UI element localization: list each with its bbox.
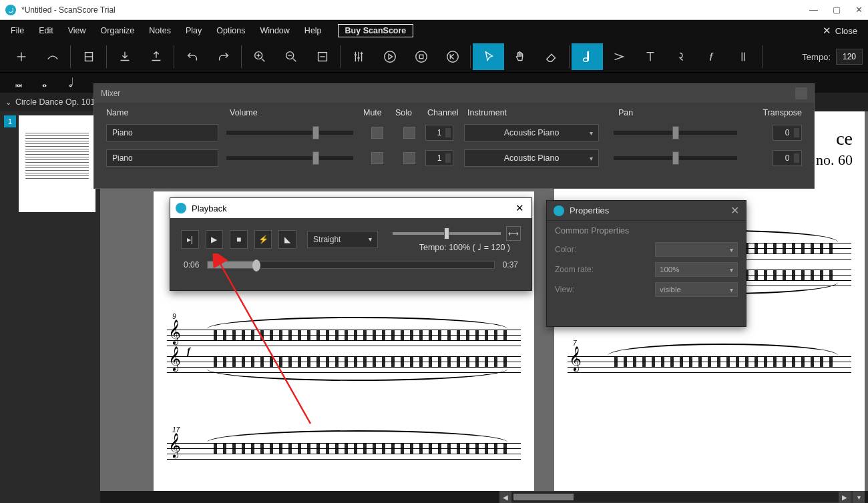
tab-close-button[interactable]: ✕ Close <box>816 22 864 39</box>
progress-track[interactable] <box>207 261 494 269</box>
accent-tool[interactable] <box>603 43 634 70</box>
text-tool[interactable] <box>634 43 666 70</box>
instrument-select[interactable]: Acoustic Piano <box>464 149 599 167</box>
menu-help[interactable]: Help <box>298 23 329 38</box>
zoom-out-button[interactable] <box>275 43 306 70</box>
scroll-menu-button[interactable]: ▾ <box>853 491 865 503</box>
scan-tool[interactable] <box>73 43 104 70</box>
menubar: File Edit View Organize Notes Play Optio… <box>0 20 868 41</box>
page-thumbnail[interactable]: 1 <box>4 115 96 212</box>
undo-button[interactable] <box>176 43 208 70</box>
menu-notes[interactable]: Notes <box>142 23 178 38</box>
eraser-tool[interactable] <box>535 43 567 70</box>
properties-close-button[interactable]: ✕ <box>730 204 739 217</box>
svg-text:f: f <box>709 51 714 63</box>
rewind-button[interactable] <box>437 43 468 70</box>
export-tool[interactable] <box>140 43 172 70</box>
scroll-right-button[interactable]: ▶ <box>839 491 851 503</box>
close-x-icon: ✕ <box>823 25 831 37</box>
horizontal-scrollbar[interactable]: ◀ ▶ ▾ <box>499 491 865 503</box>
transpose-stepper[interactable]: 0 <box>773 150 802 166</box>
page-preview <box>19 115 95 212</box>
hand-tool[interactable] <box>504 43 535 70</box>
scroll-left-button[interactable]: ◀ <box>499 491 511 503</box>
whole-note-icon[interactable]: 𝅜 <box>5 75 25 91</box>
scroll-track[interactable] <box>511 492 839 502</box>
half-note-icon[interactable]: 𝅗𝅥 <box>59 75 79 91</box>
slur-tool[interactable] <box>37 43 68 70</box>
playback-header[interactable]: Playback ✕ <box>170 198 531 218</box>
track-name-input[interactable] <box>106 124 218 141</box>
note-tool[interactable] <box>572 43 603 70</box>
track-name-input[interactable] <box>106 149 218 167</box>
pan-slider[interactable] <box>614 156 737 160</box>
zoom-fit-button[interactable] <box>306 43 338 70</box>
loop-button[interactable]: ⟷ <box>506 226 521 241</box>
title-partial: ce <box>836 128 853 149</box>
menu-view[interactable]: View <box>61 23 93 38</box>
mixer-row: 1 Acoustic Piano 0 <box>94 120 814 145</box>
buy-button[interactable]: Buy ScanScore <box>338 24 414 37</box>
stop-button-toolbar[interactable] <box>405 43 437 70</box>
whole-note-alt-icon[interactable]: 𝅝 <box>32 75 52 91</box>
menu-file[interactable]: File <box>4 23 31 38</box>
add-tool[interactable] <box>5 43 37 70</box>
metronome-button[interactable]: ⚡ <box>254 230 272 249</box>
tempo-input[interactable] <box>836 49 863 65</box>
instrument-select[interactable]: Acoustic Piano <box>464 124 599 141</box>
chevron-down-icon: ⌄ <box>5 98 11 107</box>
redo-button[interactable] <box>208 43 239 70</box>
time-current: 0:06 <box>184 260 199 270</box>
play-button[interactable]: ▶ <box>206 230 224 249</box>
mute-checkbox[interactable] <box>371 152 383 164</box>
dynamic-tool[interactable]: f <box>697 43 728 70</box>
tempo-label: Tempo: <box>802 52 831 62</box>
rest-tool[interactable] <box>666 43 697 70</box>
maximize-button[interactable]: ▢ <box>833 5 841 15</box>
mixer-header[interactable]: Mixer <box>94 84 814 103</box>
barline-tool[interactable] <box>728 43 760 70</box>
menu-play[interactable]: Play <box>179 23 208 38</box>
scroll-thumb[interactable] <box>513 494 574 500</box>
pointer-tool[interactable] <box>473 43 504 70</box>
minimize-button[interactable]: — <box>809 5 818 15</box>
menu-window[interactable]: Window <box>253 23 296 38</box>
pan-slider[interactable] <box>614 131 737 135</box>
view-select[interactable]: visible <box>655 282 738 297</box>
svg-rect-9 <box>588 52 588 61</box>
zoom-select[interactable]: 100% <box>655 262 738 277</box>
menu-edit[interactable]: Edit <box>32 23 60 38</box>
svg-point-4 <box>384 51 395 63</box>
window-controls: — ▢ ✕ <box>809 5 863 15</box>
playback-close-button[interactable]: ✕ <box>513 202 526 214</box>
menu-options[interactable]: Options <box>210 23 252 38</box>
properties-header[interactable]: Properties ✕ <box>547 201 746 221</box>
menu-organize[interactable]: Organize <box>94 23 142 38</box>
tempo-slider[interactable] <box>393 232 501 235</box>
playback-style-select[interactable]: Straight <box>307 231 378 248</box>
color-label: Color: <box>555 245 655 254</box>
channel-stepper[interactable]: 1 <box>425 125 453 141</box>
close-button[interactable]: ✕ <box>855 5 863 15</box>
stop-button[interactable]: ■ <box>230 230 248 249</box>
solo-checkbox[interactable] <box>403 127 415 139</box>
mute-checkbox[interactable] <box>371 127 383 139</box>
mixer-column-headers: Name Volume Mute Solo Channel Instrument… <box>94 103 814 120</box>
section-title: Common Properties <box>555 226 738 235</box>
mixer-close-button[interactable] <box>795 87 807 99</box>
channel-stepper[interactable]: 1 <box>425 150 453 166</box>
zoom-in-button[interactable] <box>244 43 275 70</box>
mixer-button[interactable] <box>343 43 374 70</box>
import-tool[interactable] <box>109 43 140 70</box>
col-transpose: Transpose <box>743 108 802 117</box>
progress-handle[interactable] <box>252 260 260 272</box>
zoom-label: Zoom rate: <box>555 265 655 274</box>
solo-checkbox[interactable] <box>403 152 415 164</box>
skip-start-button[interactable]: ▸| <box>181 230 199 249</box>
volume-slider[interactable] <box>226 156 353 160</box>
transpose-stepper[interactable]: 0 <box>773 125 802 141</box>
volume-slider[interactable] <box>226 131 353 135</box>
countoff-button[interactable]: ◣ <box>278 230 296 249</box>
color-select[interactable] <box>655 242 738 257</box>
play-button-toolbar[interactable] <box>374 43 405 70</box>
